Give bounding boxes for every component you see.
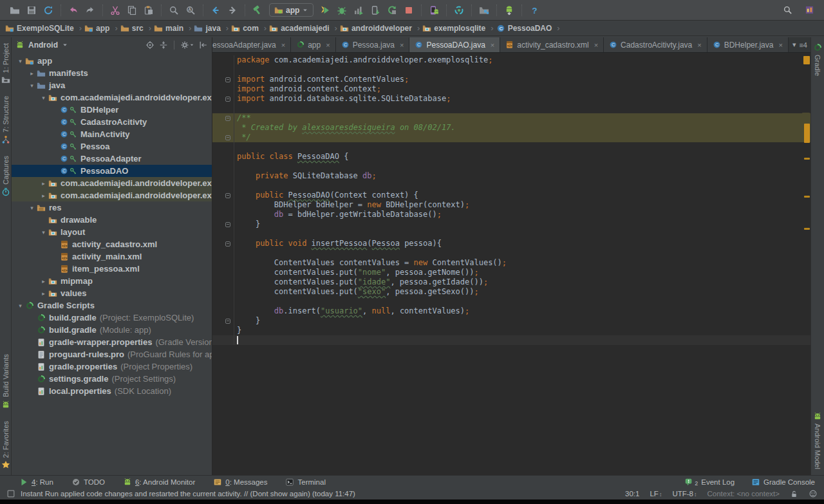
tab-CadastroAcitivty.java[interactable]: CCadastroAcitivty.java×: [604, 37, 707, 52]
fold-start-icon[interactable]: [225, 241, 230, 247]
copy-button[interactable]: [124, 3, 140, 18]
tree-row-gradle-wrapper.properties[interactable]: gradle-wrapper.properties(Gradle Version…: [12, 336, 212, 348]
tab-Pessoa.java[interactable]: CPessoa.java×: [336, 37, 410, 52]
code-line-24[interactable]: contentValues.put("idade", pessoa.getIda…: [212, 277, 810, 287]
code-line-7[interactable]: /**: [212, 113, 810, 123]
help-button[interactable]: ?: [526, 3, 543, 18]
code-line-4[interactable]: import android.content.Context;: [212, 84, 810, 94]
tree-row-activity_main.xml[interactable]: </>activity_main.xml: [12, 250, 212, 263]
tree-row-build.gradle[interactable]: build.gradle(Module: app): [12, 324, 212, 336]
toolwindow-button-0-messages[interactable]: 0: Messages: [213, 478, 267, 487]
toolwindow-toggle-icon[interactable]: [6, 489, 15, 498]
toolwindow-stub-build-variants[interactable]: Build Variants: [1, 354, 10, 409]
stripe-mark[interactable]: [804, 158, 810, 160]
tree-collapse-icon[interactable]: ▾: [27, 82, 37, 89]
code-line-29[interactable]: }: [212, 326, 810, 335]
tree-row-layout[interactable]: ▾layout: [12, 226, 212, 238]
toolwindow-stub-android-model[interactable]: Android Model: [813, 412, 822, 469]
gutter-cell[interactable]: [212, 113, 234, 123]
breadcrumb-item-exemplosqlite[interactable]: exemplosqlite›: [422, 23, 496, 33]
redo-button[interactable]: [82, 3, 98, 18]
tree-row-GradleScripts[interactable]: ▾Gradle Scripts: [12, 299, 212, 312]
code-line-20[interactable]: public void insertPessoa(Pessoa pessoa){: [212, 239, 810, 248]
tree-row-proguard-rules.pro[interactable]: proguard-rules.pro(ProGuard Rules for ap…: [12, 348, 212, 360]
code-line-18[interactable]: }: [212, 219, 810, 229]
plugin-avatar-button[interactable]: [801, 3, 818, 18]
back-button[interactable]: [207, 3, 224, 18]
avd-manager-button[interactable]: [426, 3, 442, 18]
save-all-button[interactable]: [23, 3, 40, 18]
editor[interactable]: package com.academiajedi.androiddveloper…: [212, 53, 810, 475]
stop-button[interactable]: [400, 3, 417, 18]
encoding-indicator[interactable]: UTF-8↕: [672, 490, 697, 498]
settings-button[interactable]: [180, 41, 194, 50]
gutter-cell[interactable]: [212, 191, 234, 200]
stripe-mark[interactable]: [804, 124, 810, 143]
code-line-28[interactable]: }: [212, 316, 810, 326]
tab-close-icon[interactable]: ×: [281, 41, 285, 49]
toolwindow-button-event-log[interactable]: 2Event Log: [684, 478, 735, 487]
code-line-23[interactable]: contentValues.put("nome", pessoa.getNome…: [212, 268, 810, 277]
code-line-2[interactable]: [212, 65, 810, 75]
tree-row-CadastroAcitivty[interactable]: CCadastroAcitivty: [12, 116, 212, 128]
tree-expand-icon[interactable]: ▸: [39, 290, 48, 297]
tab-close-icon[interactable]: ×: [400, 41, 404, 49]
toolwindow-button-terminal[interactable]: Terminal: [285, 478, 325, 487]
line-ending-indicator[interactable]: LF↕: [650, 490, 662, 498]
tree-row-activity_cadastro.xml[interactable]: </>activity_cadastro.xml: [12, 238, 212, 250]
tab-activity_cadastro.xml[interactable]: </>activity_cadastro.xml×: [500, 37, 604, 52]
code-line-27[interactable]: db.insert("usuario", null, contentValues…: [212, 306, 810, 316]
code-line-10[interactable]: [212, 142, 810, 152]
tree-row-gradle.properties[interactable]: gradle.properties(Project Properties): [12, 360, 212, 373]
run-config-selector[interactable]: app: [269, 3, 314, 17]
tab-PessoaAdapter.java[interactable]: PessoaAdapter.java×: [212, 37, 291, 52]
gutter-cell[interactable]: [212, 133, 234, 142]
tab-close-icon[interactable]: ×: [326, 41, 330, 49]
code-line-8[interactable]: * Created by alexsoaresdesiqueira on 08/…: [212, 123, 810, 133]
tree-row-app[interactable]: ▾app: [12, 55, 212, 67]
code-line-26[interactable]: [212, 297, 810, 306]
forward-button[interactable]: [224, 3, 241, 18]
collapse-button[interactable]: [159, 41, 168, 50]
code-line-11[interactable]: public class PessoaDAO {: [212, 152, 810, 162]
toolwindow-button-todo[interactable]: TODO: [71, 478, 105, 487]
debug-button[interactable]: [333, 3, 350, 18]
project-view-selector[interactable]: Android: [28, 41, 58, 50]
code-line-30[interactable]: [212, 335, 810, 345]
breadcrumb-item-java[interactable]: java›: [194, 23, 231, 33]
toolwindow-stub-2-favorites[interactable]: 2: Favorites: [1, 421, 10, 469]
breadcrumb-item-src[interactable]: src›: [120, 23, 154, 33]
tab-close-icon[interactable]: ×: [594, 41, 598, 49]
code-line-21[interactable]: [212, 248, 810, 258]
fold-end-icon[interactable]: [225, 97, 230, 102]
tab-app[interactable]: app×: [291, 37, 335, 52]
tree-row-BDHelper[interactable]: CBDHelper: [12, 104, 212, 116]
code-line-13[interactable]: private SQLiteDatabase db;: [212, 171, 810, 181]
find-button[interactable]: [165, 3, 182, 18]
tree-expand-icon[interactable]: ▸: [39, 278, 48, 285]
fold-end-icon[interactable]: [225, 319, 230, 324]
toolwindow-stub-1-project[interactable]: 1: Project: [1, 43, 10, 84]
tree-expand-icon[interactable]: ▸: [39, 180, 48, 187]
tree-row-com.academiajedi.androiddveloper.exemplosqlite[interactable]: ▸com.academiajedi.androiddveloper.exempl…: [12, 189, 212, 201]
sdk-manager-button[interactable]: [501, 3, 518, 18]
code-line-1[interactable]: package com.academiajedi.androiddveloper…: [212, 55, 810, 65]
toolwindow-button-4-run[interactable]: 4: Run: [19, 478, 53, 487]
tree-row-com.academiajedi.androiddveloper.exemplosqlite[interactable]: ▾com.academiajedi.androiddveloper.exempl…: [12, 91, 212, 104]
fold-start-icon[interactable]: [225, 77, 230, 82]
code-line-22[interactable]: ContentValues contentValues = new Conten…: [212, 258, 810, 268]
toolwindow-stub-7-structure[interactable]: 7: Structure: [1, 96, 10, 144]
tree-row-com.academiajedi.androiddveloper.exemplosqlite[interactable]: ▸com.academiajedi.androiddveloper.exempl…: [12, 177, 212, 189]
code-line-16[interactable]: BDHelper bdHelper = new BDHelper(context…: [212, 200, 810, 210]
tree-row-values[interactable]: ▸values: [12, 287, 212, 299]
tab-close-icon[interactable]: ×: [778, 41, 782, 49]
code-line-19[interactable]: [212, 229, 810, 239]
fold-start-icon[interactable]: [225, 193, 230, 198]
tab-PessoaDAO.java[interactable]: CPessoaDAO.java×: [409, 37, 500, 52]
tabs-dropdown-icon[interactable]: ▾: [792, 41, 796, 49]
toolwindow-stub-captures[interactable]: Captures: [1, 156, 10, 196]
profile-button[interactable]: [350, 3, 367, 18]
replace-button[interactable]: A: [182, 3, 199, 18]
tree-row-PessoaAdapter[interactable]: CPessoaAdapter: [12, 153, 212, 165]
breadcrumb-item-academiajedi[interactable]: academiajedi›: [269, 23, 340, 33]
